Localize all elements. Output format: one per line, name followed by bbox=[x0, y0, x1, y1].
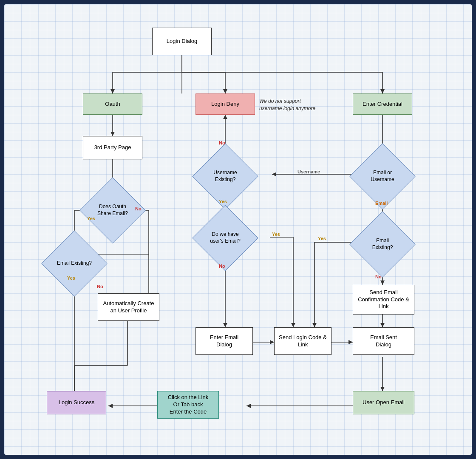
send-login-code-label: Send Login Code &Link bbox=[279, 334, 327, 348]
svg-marker-56 bbox=[108, 404, 113, 408]
auto-create-node: Automatically Createan User Profile bbox=[98, 293, 159, 321]
enter-credential-node: Enter Credential bbox=[353, 94, 412, 115]
click-on-link-label: Click on the LinkOr Tab backEnter the Co… bbox=[168, 394, 208, 416]
enter-credential-label: Enter Credential bbox=[363, 101, 402, 108]
svg-marker-54 bbox=[246, 404, 251, 408]
svg-marker-50 bbox=[380, 323, 385, 327]
flowchart-canvas: Login Dialog Oauth Login Deny We do not … bbox=[4, 4, 472, 455]
login-deny-node: Login Deny bbox=[196, 94, 255, 115]
third-party-node: 3rd Party Page bbox=[83, 136, 142, 159]
svg-marker-52 bbox=[380, 387, 385, 391]
oauth-label: Oauth bbox=[105, 101, 120, 108]
oauth-share-email-text: Does OauthShare Email? bbox=[91, 189, 134, 232]
svg-marker-28 bbox=[272, 172, 276, 176]
no-label-oauth-share: No bbox=[135, 206, 142, 211]
oauth-node: Oauth bbox=[83, 94, 142, 115]
enter-email-dialog-node: Enter EmailDialog bbox=[196, 327, 253, 355]
no-label-username-existing: No bbox=[219, 140, 225, 145]
email-label-arrow: Email bbox=[375, 201, 388, 206]
user-open-email-label: User Open Email bbox=[363, 399, 405, 406]
login-dialog-label: Login Dialog bbox=[167, 38, 197, 45]
svg-marker-10 bbox=[110, 132, 115, 136]
yes-label-have-email: Yes bbox=[272, 232, 280, 237]
svg-marker-42 bbox=[312, 323, 317, 327]
login-success-node: Login Success bbox=[47, 391, 106, 414]
have-email-text: Do we haveuser's Email? bbox=[204, 217, 246, 259]
auto-create-label: Automatically Createan User Profile bbox=[103, 300, 154, 314]
user-open-email-node: User Open Email bbox=[353, 391, 414, 414]
svg-marker-44 bbox=[380, 280, 385, 285]
login-dialog-node: Login Dialog bbox=[152, 28, 212, 55]
email-or-username-text: Email orUsername bbox=[361, 155, 404, 198]
login-deny-note: We do not supportusername login anymore bbox=[259, 98, 336, 112]
enter-email-dialog-label: Enter EmailDialog bbox=[210, 334, 238, 348]
username-label-arrow: Username bbox=[298, 169, 320, 174]
svg-marker-48 bbox=[348, 340, 353, 344]
svg-marker-36 bbox=[223, 323, 227, 327]
third-party-label: 3rd Party Page bbox=[94, 144, 131, 151]
svg-marker-39 bbox=[291, 323, 295, 327]
send-login-code-node: Send Login Code &Link bbox=[274, 327, 332, 355]
username-existing-text: UsernameExisting? bbox=[204, 155, 246, 198]
email-sent-dialog-label: Email SentDialog bbox=[370, 334, 397, 348]
login-success-label: Login Success bbox=[59, 399, 95, 406]
no-label-email-existing-right: No bbox=[375, 274, 382, 279]
svg-marker-32 bbox=[223, 115, 227, 119]
yes-label-username-existing: Yes bbox=[219, 199, 227, 204]
email-sent-dialog-node: Email SentDialog bbox=[353, 327, 414, 355]
no-label-email-existing-left: No bbox=[97, 284, 103, 289]
click-on-link-node: Click on the LinkOr Tab backEnter the Co… bbox=[157, 391, 219, 419]
yes-label-email-existing-right: Yes bbox=[318, 236, 326, 241]
svg-marker-46 bbox=[270, 340, 274, 344]
send-email-confirmation-node: Send EmailConfirmation Code &Link bbox=[353, 285, 414, 314]
send-email-confirmation-label: Send EmailConfirmation Code &Link bbox=[358, 289, 409, 311]
no-label-have-email: No bbox=[219, 264, 225, 269]
svg-marker-8 bbox=[380, 89, 385, 94]
login-deny-label: Login Deny bbox=[211, 101, 239, 108]
svg-marker-3 bbox=[110, 89, 115, 94]
svg-marker-60 bbox=[223, 89, 227, 94]
email-existing-right-text: EmailExisting? bbox=[361, 223, 404, 266]
email-existing-left-text: Email Existing? bbox=[53, 242, 96, 285]
